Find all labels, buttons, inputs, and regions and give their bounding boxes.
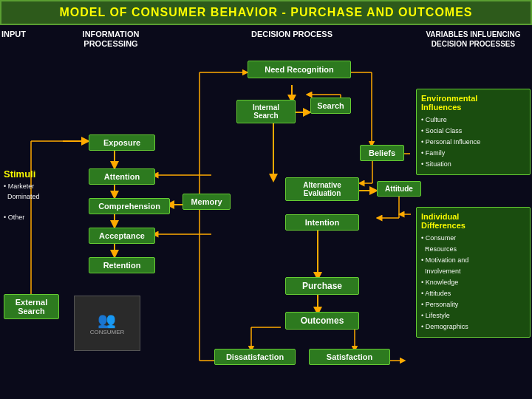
retention-box: Retention [89,257,155,273]
purchase-box: Purchase [285,277,359,295]
col-input-label: INPUT [1,30,26,39]
attitude-box: Attitude [377,181,421,197]
col-info-label: INFORMATIONPROCESSING [70,30,151,49]
beliefs-box: Beliefs [360,145,404,161]
satisfaction-box: Satisfaction [309,349,390,365]
search-box: Search [310,98,351,114]
dissatisfaction-box: Dissatisfaction [214,349,296,365]
stimuli-label: Stimuli [4,168,35,180]
col-decision-label: DECISION PROCESS [233,30,351,39]
env-influences-title: EnvironmentalInfluences [421,94,525,112]
external-search-box: ExternalSearch [4,294,59,319]
col-variables-label: VARIABLES INFLUENCINGDECISION PROCESSES [416,30,531,49]
ind-differences-items: • Consumer Resources• Motivation and Inv… [421,233,525,332]
memory-box: Memory [183,194,231,210]
outcomes-box: Outcomes [285,312,359,330]
ind-differences-title: IndividualDifferences [421,212,525,230]
attention-box: Attention [89,168,155,185]
comprehension-box: Comprehension [89,198,170,214]
env-influences-items: • Culture• Social Class• Personal Influe… [421,115,525,170]
internal-search-box: InternalSearch [236,100,296,123]
stimuli-items: • Marketer Dominated• Other [4,181,40,222]
diagram-container: MODEL OF CONSUMER BEHAVIOR - PURCHASE AN… [0,0,532,399]
exposure-box: Exposure [89,134,155,151]
need-recognition-box: Need Recognition [248,61,351,78]
title-bar: MODEL OF CONSUMER BEHAVIOR - PURCHASE AN… [0,0,532,25]
consumer-image: 👥 CONSUMER [74,296,140,351]
environmental-influences-panel: EnvironmentalInfluences • Culture• Socia… [416,89,531,175]
intention-box: Intention [285,214,359,231]
individual-differences-panel: IndividualDifferences • Consumer Resourc… [416,207,531,338]
title-text: MODEL OF CONSUMER BEHAVIOR - PURCHASE AN… [59,6,472,18]
alternative-eval-box: AlternativeEvaluation [285,177,359,201]
acceptance-box: Acceptance [89,228,155,244]
